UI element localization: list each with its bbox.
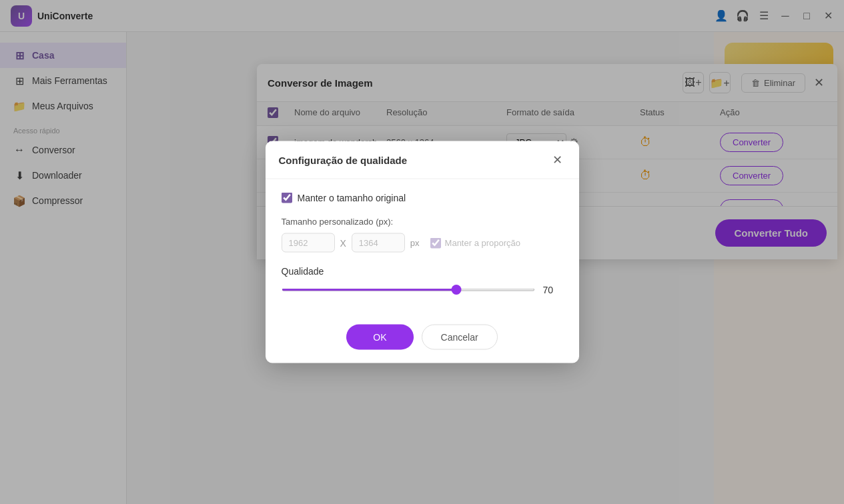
keep-ratio-label: Manter a proporção [445, 238, 520, 248]
quality-modal-body: Manter o tamanho original Tamanho person… [266, 179, 579, 325]
quality-modal-close-button[interactable]: ✕ [550, 152, 566, 168]
size-inputs: X px Manter a proporção [282, 233, 563, 253]
quality-value: 70 [543, 285, 563, 295]
modal-footer: OK Cancelar [266, 325, 579, 363]
keep-original-label: Manter o tamanho original [298, 193, 406, 203]
quality-modal: Configuração de qualidade ✕ Manter o tam… [266, 141, 579, 363]
keep-ratio-checkbox[interactable] [430, 237, 441, 248]
quality-label: Qualidade [282, 266, 563, 277]
cancel-button[interactable]: Cancelar [422, 325, 498, 350]
quality-slider-row: 70 [282, 285, 563, 295]
keep-original-checkbox[interactable] [282, 193, 292, 203]
custom-size-label: Tamanho personalizado (px): [282, 217, 563, 227]
width-input[interactable] [282, 233, 335, 253]
keep-original-row: Manter o tamanho original [282, 193, 563, 203]
keep-ratio-row: Manter a proporção [430, 237, 520, 248]
size-x-label: X [340, 237, 346, 248]
height-input[interactable] [352, 233, 405, 253]
size-px-label: px [410, 238, 420, 248]
quality-modal-title: Configuração de qualidade [279, 154, 408, 165]
quality-slider[interactable] [282, 289, 535, 291]
ok-button[interactable]: OK [346, 325, 413, 350]
quality-modal-header: Configuração de qualidade ✕ [266, 141, 579, 179]
